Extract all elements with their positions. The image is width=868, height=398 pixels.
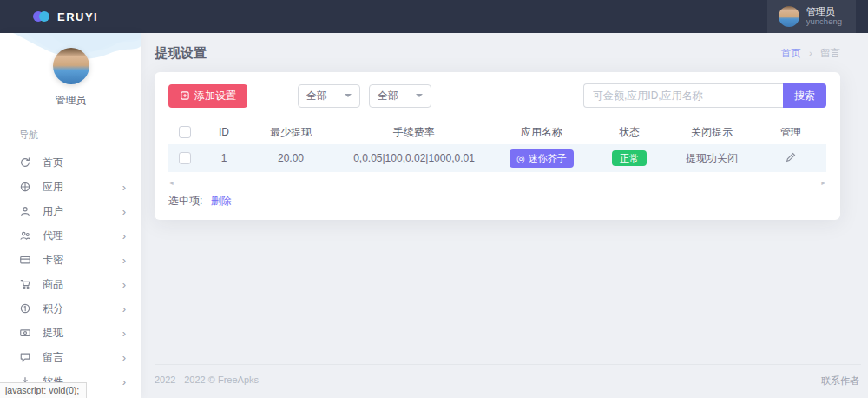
selection-label: 选中项: xyxy=(168,195,202,207)
col-app-name: 应用名称 xyxy=(493,120,590,144)
delete-selected-link[interactable]: 删除 xyxy=(211,195,232,207)
breadcrumb-separator: › xyxy=(809,48,812,58)
app-icon xyxy=(19,181,31,193)
page-title: 提现设置 xyxy=(155,45,207,62)
cart-icon xyxy=(19,278,31,290)
sidebar-item-cards[interactable]: 卡密 › xyxy=(0,248,141,272)
topbar: ERUYI 管理员 yuncheng xyxy=(0,0,868,33)
message-icon xyxy=(19,351,31,363)
search-button[interactable]: 搜索 xyxy=(783,83,826,108)
search-input[interactable] xyxy=(583,83,783,108)
sidebar-item-points[interactable]: 积分 › xyxy=(0,296,141,321)
filter-select-1[interactable]: 全部 xyxy=(298,84,360,108)
col-id: ID xyxy=(201,120,247,144)
breadcrumb: 首页 › 留言 xyxy=(781,47,840,60)
breadcrumb-current: 留言 xyxy=(820,48,840,58)
card-icon xyxy=(19,254,31,266)
statusbar-link-preview: javascript: void(0); xyxy=(0,382,87,398)
settings-card: 添加设置 全部 全部 搜索 ID xyxy=(155,72,840,220)
sidebar-item-users[interactable]: 用户 › xyxy=(0,199,141,223)
chevron-right-icon: › xyxy=(122,279,126,290)
copyright-text: 2022 - 2022 © FreeApks xyxy=(155,375,259,388)
logo-icon xyxy=(33,10,52,23)
filter-select-2[interactable]: 全部 xyxy=(369,84,431,108)
edit-icon[interactable] xyxy=(785,151,797,163)
add-setting-button[interactable]: 添加设置 xyxy=(168,84,247,108)
col-min-withdraw: 最少提现 xyxy=(247,120,335,144)
withdraw-icon xyxy=(19,327,31,339)
table-row: 1 20.00 0,0.05|100,0.02|1000,0.01 ◎ 迷你芥子… xyxy=(168,144,826,172)
breadcrumb-home-link[interactable]: 首页 xyxy=(781,48,801,58)
col-close-tip: 关闭提示 xyxy=(668,120,755,144)
user-name: 管理员 xyxy=(806,6,842,17)
scroll-right-icon[interactable]: ► xyxy=(820,180,826,186)
agents-icon xyxy=(19,229,31,242)
user-menu[interactable]: 管理员 yuncheng xyxy=(767,0,856,33)
col-manage: 管理 xyxy=(755,120,826,144)
scroll-left-icon[interactable]: ◄ xyxy=(168,180,174,186)
footer: 2022 - 2022 © FreeApks 联系作者 xyxy=(155,364,861,398)
col-fee-rate: 手续费率 xyxy=(335,120,493,144)
chevron-right-icon: › xyxy=(122,328,126,339)
sidebar-item-withdraw[interactable]: 提现 › xyxy=(0,321,141,345)
app-name-badge[interactable]: ◎ 迷你芥子 xyxy=(510,149,574,168)
chevron-right-icon: › xyxy=(122,206,126,217)
chevron-down-icon xyxy=(345,94,352,97)
plus-icon xyxy=(180,90,190,101)
chevron-right-icon: › xyxy=(122,255,126,266)
table-header-row: ID 最少提现 手续费率 应用名称 状态 关闭提示 管理 xyxy=(168,120,826,144)
withdraw-settings-table: ID 最少提现 手续费率 应用名称 状态 关闭提示 管理 1 20.00 0,0… xyxy=(168,120,826,172)
chevron-right-icon: › xyxy=(122,182,126,193)
sidebar-item-goods[interactable]: 商品 › xyxy=(0,272,141,296)
col-status: 状态 xyxy=(590,120,668,144)
contact-author-link[interactable]: 联系作者 xyxy=(821,375,859,388)
chevron-right-icon: › xyxy=(122,376,126,388)
chevron-right-icon: › xyxy=(122,230,126,242)
app-icon: ◎ xyxy=(516,153,525,164)
row-checkbox[interactable] xyxy=(179,152,191,164)
horizontal-scrollbar[interactable]: ◄ ► xyxy=(168,179,826,186)
brand-logo[interactable]: ERUYI xyxy=(0,10,98,23)
cell-fee-rate: 0,0.05|100,0.02|1000,0.01 xyxy=(335,144,493,172)
chevron-down-icon xyxy=(416,94,423,97)
sidebar: 管理员 导航 首页 应用 › 用户 › 代理 › 卡密 › 商品 › 积分 › … xyxy=(0,33,141,398)
points-icon xyxy=(19,302,31,315)
nav-section-label: 导航 xyxy=(0,108,141,150)
refresh-icon xyxy=(19,156,31,169)
cell-min-withdraw: 20.00 xyxy=(247,144,335,172)
chevron-right-icon: › xyxy=(122,352,126,363)
sidebar-item-apps[interactable]: 应用 › xyxy=(0,175,141,199)
sidebar-item-home[interactable]: 首页 xyxy=(0,150,141,175)
user-username: yuncheng xyxy=(806,17,842,27)
status-badge: 正常 xyxy=(612,150,647,166)
sidebar-profile-name: 管理员 xyxy=(0,93,141,108)
sidebar-item-messages[interactable]: 留言 › xyxy=(0,345,141,369)
user-icon xyxy=(19,205,31,217)
cell-close-tip: 提现功关闭 xyxy=(668,144,755,172)
sidebar-avatar[interactable] xyxy=(53,48,89,84)
sidebar-item-agents[interactable]: 代理 › xyxy=(0,223,141,248)
select-all-checkbox[interactable] xyxy=(179,126,191,138)
main-content: 提现设置 首页 › 留言 添加设置 全部 全部 搜索 xyxy=(141,33,868,398)
cell-id: 1 xyxy=(201,144,247,172)
chevron-right-icon: › xyxy=(122,303,126,315)
user-avatar xyxy=(779,6,799,27)
logo-text: ERUYI xyxy=(57,10,98,23)
